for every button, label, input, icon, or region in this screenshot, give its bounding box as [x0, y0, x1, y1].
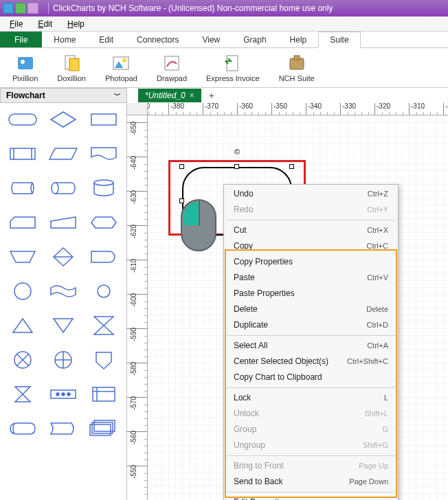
hruler-tick: -390 — [148, 103, 168, 115]
hruler-tick: -380 — [168, 103, 203, 115]
ribbon-tab-help[interactable]: Help — [278, 32, 319, 47]
resize-handle-nw[interactable] — [179, 164, 184, 169]
shape-internal-storage[interactable] — [87, 382, 120, 407]
qa-icon-3[interactable] — [27, 3, 38, 14]
hruler-tick: -360 — [237, 103, 271, 115]
copyright-handle-icon[interactable]: © — [234, 148, 240, 156]
context-menu-item-paste-properties[interactable]: Paste Properties — [224, 286, 398, 302]
context-menu-shortcut: Ctrl+X — [367, 225, 388, 236]
shape-circle-small[interactable] — [87, 279, 120, 304]
shape-database-v[interactable] — [87, 176, 120, 201]
ribbon-tab-graph[interactable]: Graph — [232, 32, 278, 47]
context-menu-shortcut: Ctrl+Shift+C — [347, 356, 388, 367]
close-tab-icon[interactable]: × — [190, 91, 194, 100]
nch-suite-icon — [287, 54, 306, 73]
new-tab-button[interactable]: + — [205, 89, 218, 102]
svg-rect-0 — [18, 57, 33, 69]
context-menu-item-undo[interactable]: UndoCtrl+Z — [224, 186, 398, 202]
menu-help[interactable]: Help — [60, 18, 91, 30]
svg-point-18 — [52, 183, 58, 194]
context-menu-item-paste[interactable]: PasteCtrl+V — [224, 270, 398, 286]
ribbon-tab-connectors[interactable]: Connectors — [125, 32, 190, 47]
context-menu-item-edit-properties[interactable]: Edit Properties... — [224, 495, 398, 500]
shape-or[interactable] — [6, 348, 39, 372]
shape-extract[interactable] — [6, 313, 39, 338]
shape-process[interactable] — [87, 107, 120, 132]
shape-sort[interactable] — [47, 245, 80, 269]
qa-icon-1[interactable] — [3, 3, 14, 14]
context-menu-item-duplicate[interactable]: DuplicateCtrl+D — [224, 317, 398, 333]
resize-handle-ne[interactable] — [289, 164, 294, 169]
ribbon-btn-nch-suite[interactable]: NCH Suite — [272, 52, 322, 84]
shape-database-h[interactable] — [47, 176, 80, 201]
shape-terminator[interactable] — [6, 107, 39, 132]
vruler-tick: -580 — [127, 363, 148, 397]
ribbon-tab-edit[interactable]: Edit — [87, 32, 125, 47]
pixillion-icon — [16, 54, 35, 73]
shape-dots[interactable] — [47, 382, 80, 407]
shape-connector[interactable] — [6, 279, 39, 304]
palette-header[interactable]: Flowchart ﹀ — [0, 88, 127, 103]
document-tab-active[interactable]: *Untitled_0 × — [138, 89, 201, 102]
context-menu-label: Select All — [234, 340, 267, 352]
ribbon-tab-file[interactable]: File — [0, 32, 42, 47]
shape-document[interactable] — [87, 141, 120, 166]
ribbon-btn-photopad[interactable]: Photopad — [98, 52, 144, 84]
context-menu-separator — [227, 220, 395, 220]
context-menu-item-copy-properties[interactable]: Copy Properties — [224, 254, 398, 270]
ribbon-tab-suite[interactable]: Suite — [318, 32, 360, 48]
ribbon-tab-home[interactable]: Home — [42, 32, 87, 47]
ribbon-tab-view[interactable]: View — [190, 32, 232, 47]
shape-collate[interactable] — [87, 313, 120, 338]
shape-loop[interactable] — [87, 210, 120, 235]
shape-predefined[interactable] — [6, 141, 39, 166]
document-tabs: *Untitled_0 × + — [138, 88, 218, 103]
shape-tape[interactable] — [47, 279, 80, 304]
ribbon-btn-pixillion[interactable]: Pixillion — [5, 52, 45, 84]
shape-multi-doc[interactable] — [87, 416, 120, 441]
shape-offpage[interactable] — [87, 348, 120, 372]
menu-edit[interactable]: Edit — [31, 18, 59, 30]
resize-handle-n[interactable] — [234, 164, 239, 169]
context-menu-shortcut: Ctrl+C — [367, 240, 388, 252]
shape-sum[interactable] — [47, 348, 80, 372]
shape-manual-input[interactable] — [47, 210, 80, 235]
context-menu-item-cut[interactable]: CutCtrl+X — [224, 223, 398, 238]
shape-decision[interactable] — [47, 107, 80, 132]
svg-point-42 — [62, 393, 65, 396]
svg-point-19 — [94, 180, 113, 185]
context-menu-item-center-selected-object-s[interactable]: Center Selected Object(s)Ctrl+Shift+C — [224, 354, 398, 370]
context-menu-item-send-to-back[interactable]: Send to BackPage Down — [224, 474, 398, 490]
context-menu-shortcut: Shift+L — [364, 408, 388, 420]
menu-file[interactable]: File — [3, 18, 30, 30]
vruler-tick: -570 — [127, 397, 148, 431]
hruler-tick: -340 — [306, 103, 340, 115]
shape-trapezoid[interactable] — [6, 245, 39, 269]
context-menu-item-select-all[interactable]: Select AllCtrl+A — [224, 338, 398, 354]
shape-hourglass[interactable] — [6, 382, 39, 407]
shape-stored[interactable] — [47, 416, 80, 441]
shape-data[interactable] — [47, 141, 80, 166]
context-menu-shortcut: L — [384, 392, 388, 404]
context-menu-separator — [227, 492, 395, 492]
svg-marker-23 — [10, 251, 35, 262]
ribbon-btn-express-invoice[interactable]: Express Invoice — [199, 52, 267, 84]
context-menu-label: Paste — [234, 272, 255, 284]
svg-marker-28 — [13, 319, 32, 332]
context-menu-item-lock[interactable]: LockL — [224, 390, 398, 406]
ribbon-btn-doxillion[interactable]: Doxillion — [50, 52, 93, 84]
shape-merge[interactable] — [47, 313, 80, 338]
shape-delay[interactable] — [87, 245, 120, 269]
shape-display[interactable] — [6, 416, 39, 441]
context-menu-item-copy-chart-to-clipboard[interactable]: Copy Chart to Clipboard — [224, 370, 398, 385]
ribbon-label: Express Invoice — [206, 74, 260, 82]
shape-storage[interactable] — [6, 176, 39, 201]
context-menu-item-delete[interactable]: DeleteDelete — [224, 302, 398, 317]
hruler-tick: -330 — [340, 103, 374, 115]
context-menu-shortcut: Shift+G — [363, 440, 388, 451]
shape-card[interactable] — [6, 210, 39, 235]
context-menu-label: Send to Back — [234, 476, 282, 488]
ribbon-btn-drawpad[interactable]: Drawpad — [150, 52, 194, 84]
context-menu-item-copy[interactable]: CopyCtrl+C — [224, 238, 398, 254]
qa-icon-2[interactable] — [15, 3, 26, 14]
